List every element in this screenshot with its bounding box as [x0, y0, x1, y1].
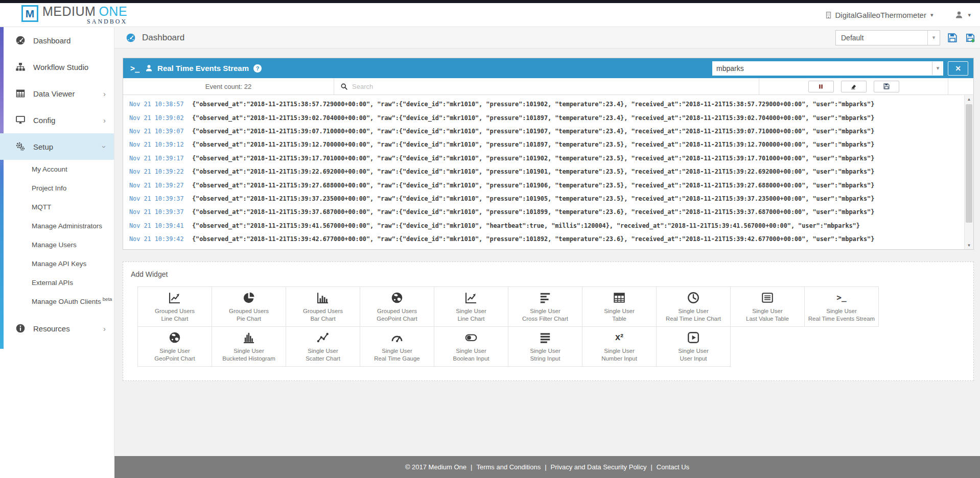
caret-down-icon[interactable]: ▾ [932, 62, 943, 75]
widget-single-user-user-input[interactable]: Single User User Input [657, 327, 731, 367]
event-timestamp: Nov 21 10:39:41 [129, 222, 188, 229]
stream-widget-header: >_ Real Time Events Stream ? ▾ ✕ [123, 58, 973, 78]
project-name: DigitalGalileoThermometer [835, 11, 926, 19]
building-icon [825, 11, 832, 19]
sidebar-subitem-manage-oauth-clients[interactable]: Manage OAuth Clientsbeta [0, 292, 114, 311]
event-row: Nov 21 10:39:12{"observed_at":"2018-11-2… [123, 138, 973, 151]
widget-single-user-boolean-input[interactable]: Single User Boolean Input [434, 327, 508, 367]
sidebar-item-resources[interactable]: Resources › [0, 315, 114, 342]
event-json: {"observed_at":"2018-11-21T15:38:57.7290… [192, 101, 874, 108]
globe-icon [390, 291, 404, 304]
bar-chart-icon [316, 291, 330, 304]
footer-separator: | [650, 463, 652, 471]
desktop-icon [15, 115, 26, 125]
footer-link-privacy[interactable]: Privacy and Data Security Policy [551, 463, 647, 471]
sidebar-subitem-manage-administrators[interactable]: Manage Administrators [0, 217, 114, 235]
footer-link-terms[interactable]: Terms and Conditions [476, 463, 541, 471]
content-header: Dashboard Default ▾ [114, 27, 980, 49]
events-scrollbar[interactable]: ▲ ▼ [964, 95, 973, 249]
footer-separator: | [471, 463, 472, 471]
toggle-icon [464, 331, 478, 344]
pause-icon [818, 83, 824, 90]
stream-search [334, 78, 759, 94]
sidebar-subitem-manage-api-keys[interactable]: Manage API Keys [0, 254, 114, 273]
sidebar-subitem-external-apis[interactable]: External APIs [0, 273, 114, 292]
widget-single-user-real-time-events-stream[interactable]: >_ Single User Real Time Events Stream [805, 287, 879, 327]
save-dashboard-button[interactable] [947, 32, 958, 43]
sidebar-item-config[interactable]: Config › [0, 107, 114, 133]
sidebar-subitem-project-info[interactable]: Project Info [0, 179, 114, 198]
beta-badge: beta [103, 296, 112, 302]
sidebar-subitem-my-account[interactable]: My Account [0, 160, 114, 179]
event-row: Nov 21 10:39:37{"observed_at":"2018-11-2… [123, 192, 973, 205]
play-box-icon [687, 331, 700, 344]
user-filter-group: ▾ [712, 61, 943, 76]
widget-single-user-bucketed-histogram[interactable]: Single User Bucketed Histogram [212, 327, 286, 367]
sidebar-subitem-manage-users[interactable]: Manage Users [0, 235, 114, 254]
dashboard-select[interactable]: Default ▾ [835, 30, 940, 45]
pause-stream-button[interactable] [808, 81, 834, 92]
save-dashboard-as-new-button[interactable] [965, 32, 976, 43]
widget-single-user-table[interactable]: Single User Table [582, 287, 657, 327]
event-json: {"observed_at":"2018-11-21T15:39:17.7010… [192, 155, 874, 162]
widget-single-user-scatter-chart[interactable]: Single User Scatter Chart [286, 327, 360, 367]
terminal-icon: >_ [130, 64, 139, 73]
scrollbar-thumb[interactable] [966, 104, 972, 223]
floppy-icon [883, 83, 890, 90]
scroll-down-arrow[interactable]: ▼ [965, 241, 973, 249]
widget-single-user-cross-filter-chart[interactable]: Single User Cross Filter Chart [508, 287, 582, 327]
gauge-icon [126, 33, 136, 43]
help-icon[interactable]: ? [253, 64, 262, 73]
gears-icon [15, 141, 26, 152]
user-menu[interactable]: ▾ [954, 10, 971, 19]
stream-search-input[interactable] [352, 83, 759, 90]
dashboard-select-value: Default [836, 34, 927, 42]
event-timestamp: Nov 21 10:39:22 [129, 168, 188, 175]
widget-single-user-last-value-table[interactable]: Single User Last Value Table [731, 287, 805, 327]
terminal-icon: >_ [836, 291, 846, 304]
save-stream-button[interactable] [874, 81, 899, 92]
sidebar-item-setup[interactable]: Setup › [0, 133, 114, 160]
widget-single-user-string-input[interactable]: Single User String Input [508, 327, 582, 367]
x-squared-icon: x² [615, 331, 623, 344]
sidebar-item-data-viewer[interactable]: Data Viewer › [0, 80, 114, 107]
sidebar-subitem-mqtt[interactable]: MQTT [0, 198, 114, 217]
user-icon [145, 64, 153, 73]
widget-grouped-users-geopoint-chart[interactable]: Grouped Users GeoPoint Chart [360, 287, 434, 327]
cross-filter-icon [539, 291, 552, 304]
gauge-icon [390, 331, 404, 344]
sidebar-item-workflow-studio[interactable]: Workflow Studio [0, 54, 114, 80]
sidebar: Dashboard Workflow Studio Data Viewer › … [0, 27, 114, 456]
copyright: © 2017 Medium One [405, 463, 466, 471]
event-row: Nov 21 10:39:07{"observed_at":"2018-11-2… [123, 125, 973, 138]
widget-grouped-users-line-chart[interactable]: Grouped Users Line Chart [138, 287, 212, 327]
user-filter-input[interactable] [712, 62, 932, 75]
event-json: {"observed_at":"2018-11-21T15:39:02.7040… [192, 114, 874, 122]
scatter-icon [316, 331, 330, 344]
event-timestamp: Nov 21 10:39:37 [129, 208, 188, 216]
widget-single-user-real-time-line-chart[interactable]: Single User Real Time Line Chart [657, 287, 731, 327]
widget-single-user-line-chart[interactable]: Single User Line Chart [434, 287, 508, 327]
brand-logo[interactable]: M MEDIUMONE SANDBOX [21, 4, 127, 26]
event-row: Nov 21 10:39:42{"observed_at":"2018-11-2… [123, 232, 973, 246]
widget-grid-row: Grouped Users Line Chart Grouped Users P… [138, 287, 879, 327]
widget-grouped-users-pie-chart[interactable]: Grouped Users Pie Chart [212, 287, 286, 327]
event-json: {"observed_at":"2018-11-21T15:39:27.6880… [192, 182, 874, 189]
app-header: M MEDIUMONE SANDBOX DigitalGalileoThermo… [0, 3, 980, 27]
list-icon [761, 291, 774, 304]
search-icon [340, 83, 348, 90]
widget-single-user-geopoint-chart[interactable]: Single User GeoPoint Chart [138, 327, 212, 367]
sitemap-icon [15, 62, 26, 72]
stream-toolbar: Event count: 22 [123, 78, 973, 95]
sidebar-item-dashboard[interactable]: Dashboard [0, 27, 114, 54]
widget-single-user-real-time-gauge[interactable]: Single User Real Time Gauge [360, 327, 434, 367]
event-timestamp: Nov 21 10:39:02 [129, 114, 188, 122]
clock-icon [687, 291, 700, 304]
clear-stream-button[interactable] [841, 81, 867, 92]
widget-grouped-users-bar-chart[interactable]: Grouped Users Bar Chart [286, 287, 360, 327]
close-widget-button[interactable]: ✕ [948, 61, 968, 76]
footer-link-contact[interactable]: Contact Us [657, 463, 689, 471]
widget-single-user-number-input[interactable]: x² Single User Number Input [582, 327, 657, 367]
scroll-up-arrow[interactable]: ▲ [965, 95, 973, 103]
project-switcher[interactable]: DigitalGalileoThermometer ▾ [825, 11, 934, 19]
